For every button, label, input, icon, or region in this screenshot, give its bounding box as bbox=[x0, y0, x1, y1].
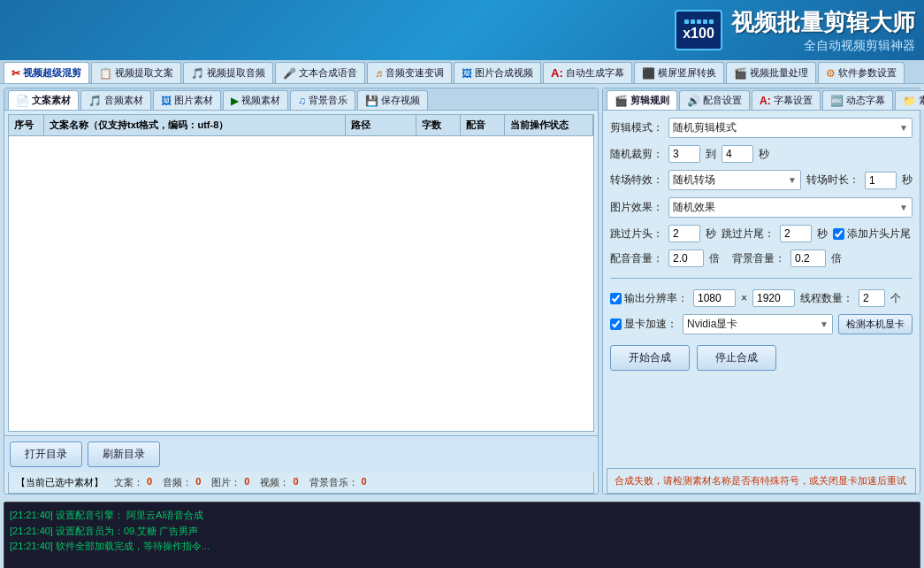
dubbing-volume-input[interactable] bbox=[668, 249, 704, 267]
cut-rules-icon: 🎬 bbox=[615, 95, 628, 107]
tab-auto-subtitle[interactable]: A: 自动生成字幕 bbox=[543, 62, 632, 83]
right-tab-subtitle[interactable]: A: 字幕设置 bbox=[752, 90, 821, 110]
gear-icon: ⚙ bbox=[826, 67, 836, 80]
bg-volume-unit: 倍 bbox=[831, 251, 842, 266]
open-dir-button[interactable]: 打开目录 bbox=[10, 441, 82, 467]
skip-tail-unit: 秒 bbox=[817, 226, 828, 242]
refresh-dir-button[interactable]: 刷新目录 bbox=[88, 441, 160, 467]
sub-tab-text-material[interactable]: 📄 文案素材 bbox=[8, 90, 79, 110]
bg-volume-input[interactable] bbox=[790, 249, 826, 267]
audio-icon: 🎵 bbox=[88, 95, 102, 107]
tab-screen-mirror[interactable]: ⬛ 横屏竖屏转换 bbox=[634, 62, 724, 83]
table-header-row: 序号 文案名称（仅支持txt格式，编码：utf-8） 路径 字数 配音 当前操作… bbox=[9, 115, 593, 136]
sub-tab-save-video[interactable]: 💾 保存视频 bbox=[357, 90, 428, 110]
stop-synthesis-button[interactable]: 停止合成 bbox=[697, 345, 776, 371]
output-res-check[interactable] bbox=[610, 293, 622, 304]
chevron-down-icon3: ▼ bbox=[899, 203, 908, 212]
transition-duration-input[interactable] bbox=[865, 172, 897, 189]
right-content-area: 剪辑模式： 随机剪辑模式 ▼ 随机裁剪： 到 秒 转场特效： 随机转场 ▼ bbox=[603, 111, 920, 468]
gpu-check[interactable] bbox=[610, 319, 622, 330]
text-count-value: 0 bbox=[147, 476, 152, 489]
logo-x100: x100 bbox=[683, 26, 714, 42]
subtitle-a-icon: A: bbox=[551, 66, 563, 80]
status-text-count: 文案： 0 bbox=[114, 476, 152, 489]
tab-video-extract-audio[interactable]: 🎵 视频提取音频 bbox=[183, 62, 273, 83]
video-count-value: 0 bbox=[293, 476, 298, 489]
right-tab-label: 字幕设置 bbox=[774, 94, 813, 107]
tab-text-to-speech[interactable]: 🎤 文本合成语音 bbox=[275, 62, 365, 83]
sub-tab-bar: 📄 文案素材 🎵 音频素材 🖼 图片素材 ▶ 视频素材 ♫ 背景音乐 💾 保 bbox=[4, 88, 598, 111]
skip-head-input[interactable] bbox=[668, 225, 700, 242]
image-effect-label: 图片效果： bbox=[610, 200, 663, 215]
log-area: [21:21:40] 设置配音引擎： 阿里云AI语音合成 [21:21:40] … bbox=[4, 502, 920, 568]
skip-tail-input[interactable] bbox=[780, 225, 812, 242]
gpu-label: 显卡加速： bbox=[624, 317, 677, 332]
right-tab-label: 动态字幕 bbox=[846, 94, 885, 107]
log-line-1: [21:21:40] 设置配音引擎： 阿里云AI语音合成 bbox=[10, 508, 914, 524]
add-head-tail-check[interactable] bbox=[833, 228, 844, 240]
output-width-input[interactable] bbox=[693, 289, 736, 307]
add-head-tail-label: 添加片头片尾 bbox=[847, 226, 911, 242]
sub-tab-video-material[interactable]: ▶ 视频素材 bbox=[223, 90, 288, 110]
cut-mode-label: 剪辑模式： bbox=[610, 120, 663, 135]
image-effect-select[interactable]: 随机效果 ▼ bbox=[668, 197, 913, 218]
right-tab-cut-rules[interactable]: 🎬 剪辑规则 bbox=[607, 90, 677, 110]
th-name: 文案名称（仅支持txt格式，编码：utf-8） bbox=[44, 115, 346, 135]
app-sub-title: 全自动视频剪辑神器 bbox=[731, 38, 915, 54]
status-bar: 【当前已选中素材】 文案： 0 音频： 0 图片： 0 视频： 0 背景音乐： … bbox=[8, 472, 594, 494]
start-synthesis-button[interactable]: 开始合成 bbox=[610, 345, 690, 371]
main-tab-bar: ✂ 视频超级混剪 📋 视频提取文案 🎵 视频提取音频 🎤 文本合成语音 ♬ 音频… bbox=[0, 60, 924, 84]
sub-tab-audio-material[interactable]: 🎵 音频素材 bbox=[80, 90, 151, 110]
header-title: 视频批量剪辑大师 全自动视频剪辑神器 bbox=[731, 7, 915, 54]
right-tab-dubbing[interactable]: 🔊 配音设置 bbox=[679, 90, 750, 110]
gpu-select[interactable]: Nvidia显卡 ▼ bbox=[683, 314, 833, 334]
transition-select[interactable]: 随机转场 ▼ bbox=[668, 170, 801, 190]
sub-tab-bg-music[interactable]: ♫ 背景音乐 bbox=[290, 90, 355, 110]
right-tab-label: 配音设置 bbox=[703, 94, 742, 107]
gpu-row: 显卡加速： Nvidia显卡 ▼ 检测本机显卡 bbox=[610, 314, 913, 334]
random-cut-to-input[interactable] bbox=[722, 145, 753, 163]
cut-mode-select[interactable]: 随机剪辑模式 ▼ bbox=[668, 118, 913, 138]
tab-video-extract-text[interactable]: 📋 视频提取文案 bbox=[91, 62, 181, 83]
output-res-checkbox[interactable]: 输出分辨率： bbox=[610, 291, 688, 306]
skip-head-unit: 秒 bbox=[706, 226, 716, 242]
audio-count-value: 0 bbox=[195, 476, 201, 489]
tab-video-super-cut[interactable]: ✂ 视频超级混剪 bbox=[4, 62, 89, 83]
detect-gpu-button[interactable]: 检测本机显卡 bbox=[838, 314, 913, 334]
add-head-tail-checkbox[interactable]: 添加片头片尾 bbox=[833, 226, 911, 242]
sub-tab-label: 图片素材 bbox=[174, 94, 213, 107]
chevron-down-icon4: ▼ bbox=[820, 319, 829, 329]
tab-video-batch[interactable]: 🎬 视频批量处理 bbox=[726, 62, 816, 83]
random-cut-unit: 秒 bbox=[759, 147, 769, 162]
rotate-icon: ⬛ bbox=[642, 67, 655, 80]
gpu-checkbox[interactable]: 显卡加速： bbox=[610, 317, 677, 332]
image-count-label: 图片： bbox=[211, 476, 241, 489]
right-tab-label: 素材目录 bbox=[919, 94, 924, 107]
folder-icon: 📁 bbox=[903, 95, 916, 107]
transition-duration-unit: 秒 bbox=[902, 173, 913, 188]
synthesis-status: 合成失败，请检测素材名称是否有特殊符号，或关闭显卡加速后重试 bbox=[607, 468, 916, 494]
right-tab-material-dir[interactable]: 📁 素材目录 bbox=[895, 90, 924, 110]
sub-tab-label: 保存视频 bbox=[381, 94, 420, 107]
tab-label: 文本合成语音 bbox=[299, 66, 357, 80]
right-tab-dynamic[interactable]: 🔤 动态字幕 bbox=[822, 90, 893, 110]
left-panel: 📄 文案素材 🎵 音频素材 🖼 图片素材 ▶ 视频素材 ♫ 背景音乐 💾 保 bbox=[4, 88, 599, 495]
output-height-input[interactable] bbox=[752, 289, 795, 307]
image-effect-value: 随机效果 bbox=[673, 200, 896, 215]
tab-software-settings[interactable]: ⚙ 软件参数设置 bbox=[818, 62, 905, 83]
tab-audio-pitch[interactable]: ♬ 音频变速变调 bbox=[367, 62, 452, 83]
random-cut-row: 随机裁剪： 到 秒 bbox=[610, 145, 913, 163]
dubbing-volume-unit: 倍 bbox=[709, 251, 720, 266]
sub-tab-image-material[interactable]: 🖼 图片素材 bbox=[153, 90, 221, 110]
random-cut-from-input[interactable] bbox=[668, 145, 700, 163]
tab-image-to-video[interactable]: 🖼 图片合成视频 bbox=[454, 62, 541, 83]
text-count-label: 文案： bbox=[114, 476, 143, 489]
sub-tab-label: 背景音乐 bbox=[309, 94, 347, 107]
chevron-down-icon2: ▼ bbox=[788, 175, 797, 185]
thread-count-input[interactable] bbox=[859, 289, 885, 307]
app-header: x100 视频批量剪辑大师 全自动视频剪辑神器 bbox=[0, 0, 924, 60]
logo-badge: x100 bbox=[675, 10, 722, 50]
right-panel: 🎬 剪辑规则 🔊 配音设置 A: 字幕设置 🔤 动态字幕 📁 素材目录 bbox=[602, 88, 920, 495]
mic-icon: 🎤 bbox=[283, 67, 296, 80]
img-icon: 🖼 bbox=[161, 95, 172, 107]
